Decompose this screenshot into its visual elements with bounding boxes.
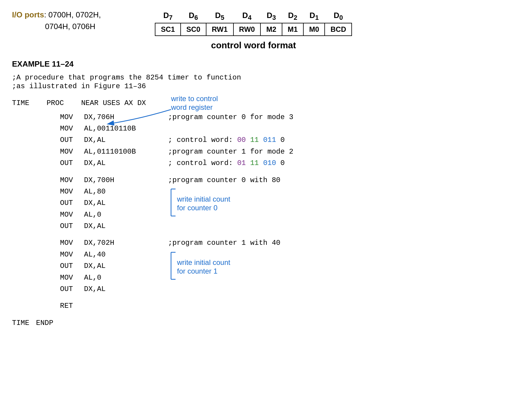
- line-endp: TIME ENDP: [12, 317, 520, 329]
- col-d3: D3: [260, 9, 282, 23]
- col-d4: D4: [233, 9, 261, 23]
- io-ports: I/O ports: 0700H, 0702H, 0704H, 0706H: [12, 9, 101, 32]
- comment-706h: ;program counter 0 for mode 3: [168, 112, 293, 123]
- cell-bcd: BCD: [325, 23, 352, 36]
- cell-sc1: SC1: [155, 23, 181, 36]
- line-mov-dx-702h: MOV DX,702H ;program counter 1 with 40: [12, 237, 280, 249]
- comment-line-2: ;as illustrated in Figure 11–36: [12, 82, 520, 90]
- bracket-count0: write initial countfor counter 0: [168, 188, 258, 220]
- line-mov-al-0-a: MOV AL,0: [12, 209, 168, 220]
- line-mov-al-80: MOV AL,80: [12, 186, 168, 197]
- proc-line: TIME PROC NEAR USES AX DX: [12, 98, 146, 109]
- col-d0: D0: [325, 9, 352, 23]
- col-d5: D5: [206, 9, 233, 23]
- time-proc: TIME PROC NEAR USES AX DX: [12, 98, 146, 109]
- line-mov-dx-700h: MOV DX,700H ;program counter 0 with 80: [12, 175, 520, 186]
- cell-rw0: RW0: [233, 23, 261, 36]
- annotation-control-text: write to controlword register: [171, 94, 218, 111]
- cell-m1: M1: [282, 23, 303, 36]
- example-title: EXAMPLE 11–24: [12, 59, 520, 69]
- control-word-section: D7 D6 D5 D4 D3 D2 D1 D0 SC1 SC0 RW1 RW0 …: [155, 9, 352, 50]
- io-ports-colon: :: [44, 10, 48, 19]
- col-d7: D7: [155, 9, 181, 23]
- top-section: I/O ports: 0700H, 0702H, 0704H, 0706H D7…: [12, 9, 520, 50]
- ret-op: RET: [60, 300, 73, 312]
- line-out-dx-al-4: OUT DX,AL: [12, 220, 168, 232]
- line-out-dx-al-3: OUT DX,AL: [12, 197, 168, 209]
- cell-sc0: SC0: [181, 23, 206, 36]
- line-out-dx-al-2: OUT DX,AL ; control word: 01 11 010 0: [12, 158, 520, 169]
- cell-m0: M0: [303, 23, 325, 36]
- annotation-count0: write initial countfor counter 0: [177, 195, 230, 212]
- endp-op: ENDP: [36, 317, 53, 329]
- col-d1: D1: [303, 9, 325, 23]
- cell-rw1: RW1: [206, 23, 233, 36]
- annotation-count1: write initial countfor counter 1: [177, 258, 230, 276]
- line-out-dx-al-6: OUT DX,AL: [12, 284, 280, 295]
- io-ports-values2: 0704H, 0706H: [45, 22, 95, 31]
- annotation-control-word: write to controlword register: [171, 94, 218, 112]
- comment-702h: ;program counter 1 with 40: [168, 237, 280, 249]
- line-mov-al-01110100: MOV AL,01110100B ;program counter 1 for …: [12, 146, 520, 158]
- code-area: TIME PROC NEAR USES AX DX write to contr…: [12, 98, 520, 329]
- comment-700h: ;program counter 0 with 80: [168, 175, 280, 186]
- io-ports-values: 0700H, 0702H,: [48, 10, 101, 19]
- comment-line-1: ;A procedure that programs the 8254 time…: [12, 74, 520, 82]
- line-out-dx-al-1: OUT DX,AL ; control word: 00 11 011 0: [12, 134, 520, 146]
- bracket-count1: write initial countfor counter 1: [168, 251, 258, 283]
- control-word-title: control word format: [211, 40, 296, 50]
- control-word-table: D7 D6 D5 D4 D3 D2 D1 D0 SC1 SC0 RW1 RW0 …: [155, 9, 352, 36]
- comment-cw2: ; control word: 01 11 010 0: [168, 158, 285, 169]
- comment-cw1: ; control word: 00 11 011 0: [168, 134, 285, 146]
- io-ports-label: I/O ports: [12, 10, 44, 19]
- line-mov-al-00110110: MOV AL,00110110B: [12, 123, 520, 134]
- line-mov-dx-706h: MOV DX,706H ;program counter 0 for mode …: [12, 112, 520, 123]
- col-d2: D2: [282, 9, 303, 23]
- line-ret: RET: [12, 300, 520, 312]
- cell-m2: M2: [260, 23, 282, 36]
- comment-mode2: ;program counter 1 for mode 2: [168, 146, 293, 158]
- col-d6: D6: [181, 9, 206, 23]
